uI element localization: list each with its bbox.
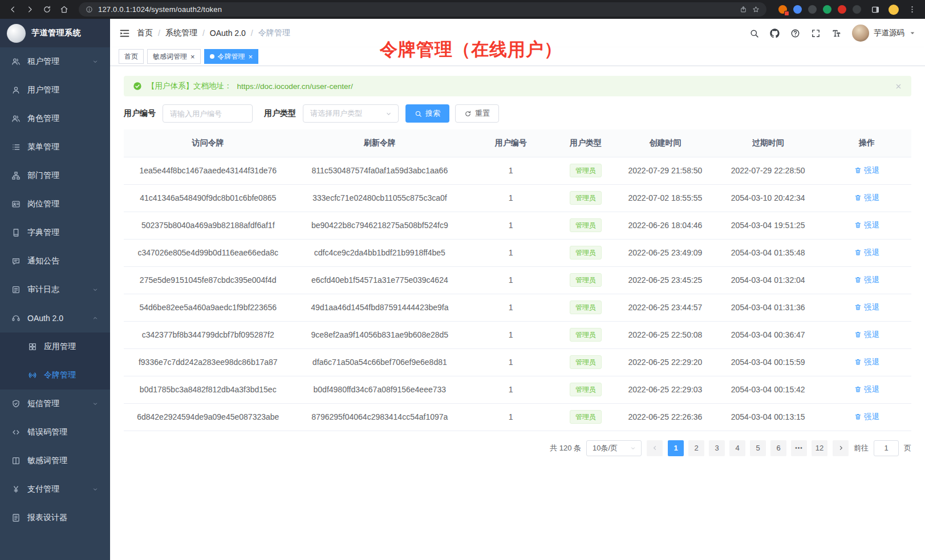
sidebar-item-report-designer[interactable]: 报表设计器	[0, 504, 110, 532]
extension-icon[interactable]	[823, 5, 831, 14]
force-logout-button[interactable]: 强退	[854, 220, 879, 230]
fullscreen-icon[interactable]	[811, 29, 821, 38]
pagination: 共 120 条 10条/页 123456•••12 前往 页	[124, 440, 911, 456]
sidebar-item-role[interactable]: 角色管理	[0, 104, 110, 133]
extension-icon[interactable]	[793, 5, 802, 14]
user-menu[interactable]: 芋道源码	[852, 25, 916, 42]
refresh-token-cell: 9ce8ef2aa9f14056b831ae9b608e28d5	[293, 321, 468, 348]
help-icon[interactable]	[790, 29, 800, 38]
force-logout-label: 强退	[864, 247, 879, 258]
force-logout-button[interactable]: 强退	[854, 302, 879, 313]
user-type-select[interactable]: 请选择用户类型	[303, 104, 399, 123]
sidebar-item-oauth2[interactable]: OAuth 2.0	[0, 304, 110, 332]
bookmark-star-icon[interactable]	[752, 6, 760, 13]
pagination-next-button[interactable]	[833, 440, 849, 456]
sidebar-item-label: 报表设计器	[27, 513, 99, 523]
breadcrumb-item[interactable]: 首页	[137, 28, 153, 38]
browser-forward-icon[interactable]	[23, 2, 37, 17]
extension-icon[interactable]	[778, 5, 787, 14]
sidebar-item-audit-log[interactable]: 审计日志	[0, 275, 110, 304]
pagination-page-2[interactable]: 2	[688, 440, 704, 456]
sidebar-item-sensitive-word[interactable]: 敏感词管理	[0, 447, 110, 475]
pagination-prev-button[interactable]	[647, 440, 663, 456]
sidebar-item-user[interactable]: 用户管理	[0, 76, 110, 104]
sidebar-item-pay[interactable]: 支付管理	[0, 475, 110, 504]
force-logout-button[interactable]: 强退	[854, 165, 879, 176]
sidebar-item-error-code[interactable]: 错误码管理	[0, 418, 110, 447]
reset-button[interactable]: 重置	[455, 104, 499, 123]
doc-alert: 【用户体系】文档地址： https://doc.iocoder.cn/user-…	[124, 76, 911, 96]
user-type-cell: 管理员	[554, 294, 616, 321]
sidebar-item-sms[interactable]: 短信管理	[0, 389, 110, 418]
pagination-ellipsis[interactable]: •••	[791, 440, 807, 456]
force-logout-button[interactable]: 强退	[854, 357, 879, 367]
pagination-page-12[interactable]: 12	[812, 440, 827, 456]
pagination-page-5[interactable]: 5	[750, 440, 766, 456]
user-id-input[interactable]	[163, 104, 253, 123]
user-type-tag: 管理员	[570, 218, 602, 232]
user-type-tag: 管理员	[570, 328, 602, 342]
sidebar-item-tenant[interactable]: 租户管理	[0, 47, 110, 76]
search-icon[interactable]	[749, 29, 759, 38]
sidebar-item-dict[interactable]: 字典管理	[0, 218, 110, 247]
tab-token[interactable]: 令牌管理×	[204, 49, 259, 64]
search-button[interactable]: 搜索	[405, 104, 449, 123]
pagination-page-1[interactable]: 1	[668, 440, 684, 456]
extension-icon[interactable]	[838, 5, 846, 14]
browser-home-icon[interactable]	[57, 2, 71, 17]
sidebar-item-post[interactable]: 岗位管理	[0, 190, 110, 218]
force-logout-button[interactable]: 强退	[854, 384, 879, 395]
force-logout-button[interactable]: 强退	[854, 330, 879, 340]
force-logout-button[interactable]: 强退	[854, 193, 879, 203]
tab-close-icon[interactable]: ×	[190, 53, 195, 60]
user-type-tag: 管理员	[570, 383, 602, 396]
browser-address-bar[interactable]: 127.0.0.1:1024/system/oauth2/token	[79, 2, 766, 17]
side-panel-icon[interactable]	[871, 5, 880, 14]
tab-close-icon[interactable]: ×	[249, 53, 253, 60]
sidebar-item-oauth2-token[interactable]: 令牌管理	[0, 361, 110, 389]
headset-icon	[11, 314, 21, 323]
browser-profile-avatar[interactable]	[889, 5, 899, 15]
delete-icon	[854, 194, 862, 201]
access-token-cell: c342377bf8b344799dcbf7bf095287f2	[124, 321, 293, 348]
shield-icon	[11, 399, 21, 408]
pagination-page-3[interactable]: 3	[709, 440, 725, 456]
sidebar-item-oauth2-app[interactable]: 应用管理	[0, 332, 110, 361]
reset-icon	[464, 110, 472, 117]
font-size-icon[interactable]	[831, 29, 841, 38]
tab-sensitive-word[interactable]: 敏感词管理×	[147, 49, 201, 64]
github-icon[interactable]	[770, 29, 780, 38]
alert-close-icon[interactable]	[895, 83, 902, 90]
app-logo[interactable]: 芋道管理系统	[0, 19, 110, 47]
table-row: 41c41346a548490f9dc8b01c6bfe0865333ecfc7…	[124, 184, 911, 212]
chevron-right-icon	[837, 444, 845, 452]
breadcrumb-item[interactable]: 系统管理	[165, 28, 197, 38]
pagination-goto-input[interactable]	[874, 440, 899, 456]
browser-back-icon[interactable]	[6, 2, 20, 17]
share-icon[interactable]	[740, 6, 747, 13]
page-size-select[interactable]: 10条/页	[586, 440, 642, 456]
table-row: 54d6be82ee5a460a9aedc1f9bf22365649d1aa46…	[124, 294, 911, 321]
extension-icon[interactable]	[808, 5, 817, 14]
site-info-icon[interactable]	[86, 6, 93, 13]
sidebar-item-menu[interactable]: 菜单管理	[0, 133, 110, 161]
force-logout-button[interactable]: 强退	[854, 412, 879, 422]
tab-home[interactable]: 首页	[119, 49, 144, 64]
breadcrumb-item[interactable]: OAuth 2.0	[210, 29, 246, 38]
force-logout-button[interactable]: 强退	[854, 275, 879, 285]
search-form: 用户编号 用户类型 请选择用户类型 搜索 重置	[124, 104, 911, 123]
pagination-page-6[interactable]: 6	[770, 440, 786, 456]
doc-link[interactable]: https://doc.iocoder.cn/user-center/	[237, 82, 353, 91]
sidebar-item-dept[interactable]: 部门管理	[0, 161, 110, 190]
pagination-page-4[interactable]: 4	[729, 440, 745, 456]
sidebar-collapse-icon[interactable]	[119, 28, 130, 39]
extension-icon[interactable]	[853, 5, 861, 14]
sidebar-item-label: 审计日志	[27, 285, 85, 295]
browser-menu-icon[interactable]	[905, 2, 919, 17]
expire-time-cell: 2054-03-04 00:15:42	[713, 376, 822, 403]
sidebar-item-notice[interactable]: 通知公告	[0, 247, 110, 275]
action-cell: 强退	[822, 266, 911, 294]
browser-reload-icon[interactable]	[40, 2, 54, 17]
chevron-down-icon	[92, 58, 99, 65]
force-logout-button[interactable]: 强退	[854, 247, 879, 258]
